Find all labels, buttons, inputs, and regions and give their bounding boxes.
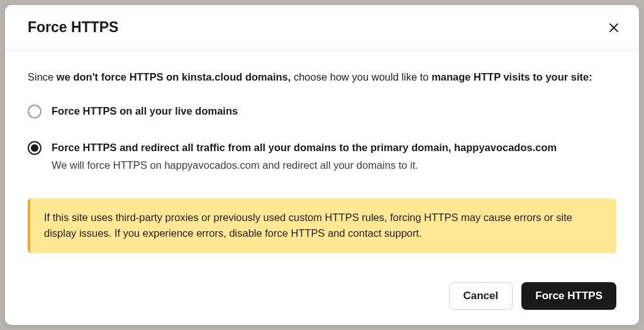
force-https-modal: Force HTTPS Since we don't force HTTPS o… (5, 5, 639, 325)
modal-footer: Cancel Force HTTPS (5, 271, 639, 325)
radio-label: Force HTTPS on all your live domains (52, 104, 616, 119)
warning-box: If this site uses third-party proxies or… (28, 198, 616, 253)
close-button[interactable] (606, 20, 621, 35)
intro-mid: choose how you would like to (291, 71, 431, 82)
radio-content: Force HTTPS and redirect all traffic fro… (52, 140, 616, 173)
modal-header: Force HTTPS (5, 5, 639, 50)
modal-title: Force HTTPS (28, 19, 118, 36)
radio-description: We will force HTTPS on happyavocados.com… (52, 158, 616, 173)
force-https-button[interactable]: Force HTTPS (521, 282, 616, 310)
radio-label: Force HTTPS and redirect all traffic fro… (52, 140, 616, 156)
radio-group: Force HTTPS on all your live domains For… (28, 104, 616, 173)
intro-prefix: Since (28, 71, 57, 82)
radio-indicator (28, 141, 42, 155)
cancel-button[interactable]: Cancel (449, 282, 513, 310)
radio-dot (31, 144, 38, 152)
radio-content: Force HTTPS on all your live domains (52, 104, 616, 119)
warning-text: If this site uses third-party proxies or… (44, 212, 572, 239)
intro-text: Since we don't force HTTPS on kinsta.clo… (28, 69, 616, 85)
close-icon (609, 23, 619, 33)
intro-bold-1: we don't force HTTPS on kinsta.cloud dom… (57, 71, 291, 82)
radio-option-redirect-primary[interactable]: Force HTTPS and redirect all traffic fro… (28, 140, 616, 173)
radio-indicator (28, 105, 42, 118)
modal-body: Since we don't force HTTPS on kinsta.clo… (5, 50, 639, 271)
radio-option-all-domains[interactable]: Force HTTPS on all your live domains (28, 104, 616, 119)
intro-bold-2: manage HTTP visits to your site: (431, 71, 592, 82)
